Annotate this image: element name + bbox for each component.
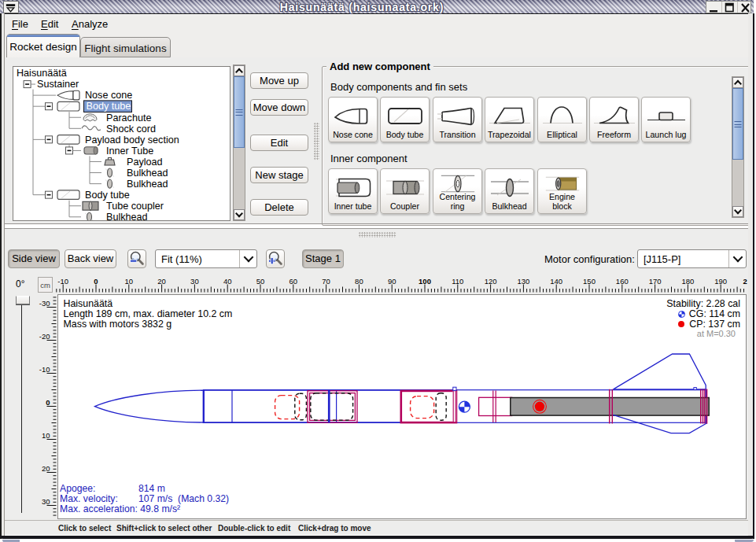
svg-text:160: 160 (616, 277, 629, 286)
svg-text:140: 140 (550, 277, 562, 286)
svg-text:20: 20 (157, 277, 166, 286)
svg-text:50: 50 (256, 277, 265, 286)
svg-text:Parachute: Parachute (106, 112, 151, 124)
svg-text:-30: -30 (39, 299, 50, 308)
svg-text:Bulkhead: Bulkhead (127, 179, 168, 190)
svg-text:Inner Tube: Inner Tube (106, 146, 153, 157)
svg-text:-10: -10 (57, 277, 68, 286)
svg-text:130: 130 (517, 277, 529, 286)
svg-text:90: 90 (388, 277, 396, 286)
svg-text:80: 80 (355, 277, 363, 286)
svg-text:Haisunäätä: Haisunäätä (17, 68, 67, 79)
svg-text:Sustainer: Sustainer (37, 79, 79, 90)
svg-text:100: 100 (419, 277, 431, 286)
svg-text:Shock cord: Shock cord (106, 124, 156, 135)
svg-text:Bulkhead: Bulkhead (127, 168, 168, 179)
svg-text:10: 10 (42, 431, 50, 440)
svg-text:190: 190 (714, 277, 727, 286)
svg-text:2: 2 (743, 277, 747, 286)
svg-text:30: 30 (42, 497, 50, 506)
svg-text:-20: -20 (39, 332, 50, 341)
svg-text:Tube coupler: Tube coupler (106, 201, 164, 212)
svg-text:70: 70 (322, 277, 330, 286)
svg-text:Nose cone: Nose cone (85, 90, 132, 101)
svg-text:Body tube: Body tube (85, 190, 130, 201)
svg-text:Body tube: Body tube (87, 101, 131, 112)
svg-text:Bulkhead: Bulkhead (106, 212, 148, 220)
svg-text:Payload: Payload (127, 157, 163, 168)
svg-text:60: 60 (289, 277, 298, 286)
svg-text:-10: -10 (39, 365, 50, 374)
svg-text:0: 0 (94, 277, 98, 286)
svg-text:0: 0 (46, 398, 50, 407)
svg-text:40: 40 (223, 277, 232, 286)
svg-text:10: 10 (125, 277, 134, 286)
svg-text:120: 120 (485, 277, 497, 286)
svg-text:180: 180 (681, 277, 694, 286)
svg-text:110: 110 (452, 277, 463, 286)
svg-text:Payload body section: Payload body section (85, 135, 179, 146)
svg-text:20: 20 (42, 464, 50, 473)
svg-text:170: 170 (649, 277, 662, 286)
svg-text:150: 150 (583, 277, 596, 286)
svg-text:30: 30 (190, 277, 199, 286)
